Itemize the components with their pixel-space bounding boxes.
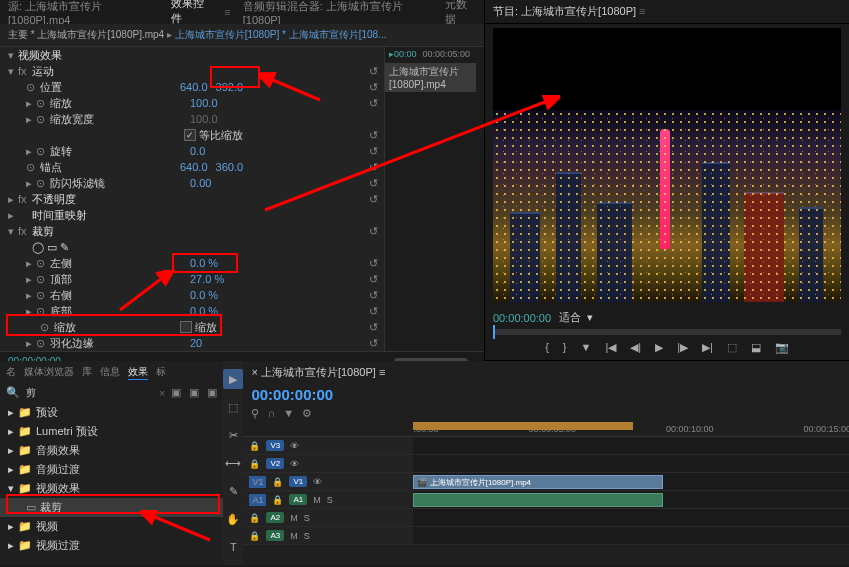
- rotation-value[interactable]: 0.0: [190, 145, 205, 157]
- tab-markers[interactable]: 标: [156, 365, 166, 380]
- slip-tool-icon[interactable]: ⟷: [223, 453, 243, 473]
- step-back-icon[interactable]: |◀: [605, 341, 616, 354]
- ripple-tool-icon[interactable]: ✂: [223, 425, 243, 445]
- reset-icon[interactable]: ↺: [369, 65, 378, 78]
- reset-icon[interactable]: ↺: [369, 305, 378, 318]
- position-label: 位置: [40, 80, 180, 95]
- mark-out-icon[interactable]: }: [563, 341, 567, 354]
- crop-zoom-checkbox[interactable]: [180, 321, 192, 333]
- settings-icon[interactable]: ⚙: [302, 407, 312, 420]
- fx-badge-icon[interactable]: ▣: [171, 386, 181, 399]
- track-a2-head[interactable]: 🔒A2MS: [243, 509, 413, 526]
- tab-library[interactable]: 库: [82, 365, 92, 380]
- add-marker-icon[interactable]: ▼: [581, 341, 592, 354]
- mask-ellipse-icon[interactable]: ◯: [32, 241, 44, 254]
- feather-value[interactable]: 20: [190, 337, 202, 349]
- timeline-clip-audio[interactable]: [413, 493, 663, 507]
- crop-top-value[interactable]: 27.0 %: [190, 273, 224, 285]
- tree-presets[interactable]: ▸📁预设: [0, 403, 223, 422]
- lift-icon[interactable]: ⬚: [727, 341, 737, 354]
- timeremap-group[interactable]: 时间重映射: [18, 208, 87, 223]
- type-tool-icon[interactable]: T: [223, 537, 243, 557]
- ruler-3: 00:00:15:00: [804, 424, 849, 434]
- mark-in-icon[interactable]: {: [545, 341, 549, 354]
- link-icon[interactable]: ∩: [267, 407, 275, 420]
- play-icon[interactable]: ▶: [655, 341, 663, 354]
- fit-dropdown[interactable]: 适合 ▾: [559, 310, 593, 325]
- track-v3-head[interactable]: 🔒V3👁: [243, 437, 413, 454]
- crop-group[interactable]: 裁剪: [32, 224, 54, 239]
- anchor-y[interactable]: 360.0: [216, 161, 244, 173]
- clear-search-icon[interactable]: ×: [159, 387, 165, 399]
- crop-left-label: 左侧: [50, 256, 190, 271]
- track-select-tool-icon[interactable]: ⬚: [223, 397, 243, 417]
- pen-tool-icon[interactable]: ✎: [223, 481, 243, 501]
- step-fwd-icon[interactable]: ▶|: [702, 341, 713, 354]
- tab-name[interactable]: 名: [6, 365, 16, 380]
- reset-icon[interactable]: ↺: [369, 145, 378, 158]
- program-time[interactable]: 00:00:00:00: [493, 312, 551, 324]
- hand-tool-icon[interactable]: ✋: [223, 509, 243, 529]
- reset-icon[interactable]: ↺: [369, 225, 378, 238]
- mask-pen-icon[interactable]: ✎: [60, 241, 69, 254]
- crop-right-value[interactable]: 0.0 %: [190, 289, 218, 301]
- crop-left-value[interactable]: 0.0 %: [190, 257, 218, 269]
- timeline-time[interactable]: 00:00:00:00: [243, 384, 413, 405]
- snap-icon[interactable]: ⚲: [251, 407, 259, 420]
- reset-icon[interactable]: ↺: [369, 289, 378, 302]
- master-clip-label: 主要 * 上海城市宣传片[1080P].mp4: [8, 29, 164, 40]
- track-a1-head[interactable]: A1🔒A1MS: [243, 491, 413, 508]
- timeline-title[interactable]: 上海城市宣传片[1080P]: [261, 366, 376, 378]
- frame-back-icon[interactable]: ◀|: [630, 341, 641, 354]
- reset-icon[interactable]: ↺: [369, 337, 378, 350]
- reset-icon[interactable]: ↺: [369, 273, 378, 286]
- fx-badge-icon[interactable]: ▣: [189, 386, 199, 399]
- scale-value[interactable]: 100.0: [190, 97, 218, 109]
- opacity-group[interactable]: 不透明度: [32, 192, 76, 207]
- tree-audio-trans[interactable]: ▸📁音频过渡: [0, 460, 223, 479]
- program-scrubber[interactable]: [493, 329, 841, 335]
- sequence-link[interactable]: 上海城市宣传片[1080P] * 上海城市宣传片[108...: [175, 29, 387, 40]
- track-v2-head[interactable]: 🔒V2👁: [243, 455, 413, 472]
- reset-icon[interactable]: ↺: [369, 97, 378, 110]
- reset-icon[interactable]: ↺: [369, 257, 378, 270]
- uniform-label: 等比缩放: [199, 128, 243, 143]
- track-v1-head[interactable]: V1🔒V1👁: [243, 473, 413, 490]
- motion-group[interactable]: 运动: [32, 64, 54, 79]
- track-a3-head[interactable]: 🔒A3MS: [243, 527, 413, 544]
- mask-rect-icon[interactable]: ▭: [47, 241, 57, 254]
- export-frame-icon[interactable]: 📷: [775, 341, 789, 354]
- tree-video-trans[interactable]: ▸📁视频过渡: [0, 536, 223, 555]
- tree-crop-effect[interactable]: ▭裁剪: [0, 498, 223, 517]
- program-monitor[interactable]: [493, 28, 841, 302]
- crop-bottom-value[interactable]: 0.0 %: [190, 305, 218, 317]
- tree-lumetri[interactable]: ▸📁Lumetri 预设: [0, 422, 223, 441]
- timeline-clip-video[interactable]: 🎬 上海城市宣传片[1080P].mp4: [413, 475, 663, 489]
- flicker-value[interactable]: 0.00: [190, 177, 211, 189]
- selection-tool-icon[interactable]: ▶: [223, 369, 243, 389]
- extract-icon[interactable]: ⬓: [751, 341, 761, 354]
- reset-icon[interactable]: ↺: [369, 193, 378, 206]
- video-effects-group[interactable]: 视频效果: [18, 48, 62, 63]
- work-area-bar[interactable]: [413, 422, 633, 430]
- tree-video[interactable]: ▸📁视频: [0, 517, 223, 536]
- uniform-checkbox[interactable]: ✓: [184, 129, 196, 141]
- reset-icon[interactable]: ↺: [369, 161, 378, 174]
- anchor-x[interactable]: 640.0: [180, 161, 208, 173]
- marker-icon[interactable]: ▼: [283, 407, 294, 420]
- tree-audio-fx[interactable]: ▸📁音频效果: [0, 441, 223, 460]
- clip-strip[interactable]: 上海城市宣传片[1080P].mp4: [385, 63, 476, 92]
- tree-video-fx[interactable]: ▾📁视频效果: [0, 479, 223, 498]
- reset-icon[interactable]: ↺: [369, 321, 378, 334]
- fx-badge-icon[interactable]: ▣: [207, 386, 217, 399]
- reset-icon[interactable]: ↺: [369, 129, 378, 142]
- frame-fwd-icon[interactable]: |▶: [677, 341, 688, 354]
- reset-icon[interactable]: ↺: [369, 177, 378, 190]
- effects-search-input[interactable]: [26, 387, 153, 398]
- tab-effects[interactable]: 效果: [128, 365, 148, 380]
- position-x[interactable]: 640.0: [180, 81, 208, 93]
- tab-media-browser[interactable]: 媒体浏览器: [24, 365, 74, 380]
- reset-icon[interactable]: ↺: [369, 81, 378, 94]
- tab-info[interactable]: 信息: [100, 365, 120, 380]
- position-y[interactable]: 392.0: [216, 81, 244, 93]
